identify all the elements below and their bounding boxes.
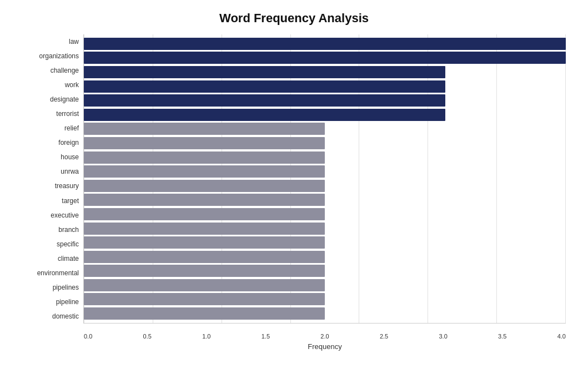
bar-row — [84, 122, 566, 137]
y-label: foreign — [58, 139, 79, 146]
x-tick-label: 0.5 — [143, 333, 152, 340]
bar-row — [84, 37, 566, 51]
y-label: unrwa — [61, 168, 79, 175]
bar — [84, 307, 325, 320]
x-tick-label: 1.0 — [202, 333, 210, 340]
chart-container: Word Frequency Analysis laworganizations… — [0, 0, 588, 389]
y-label: executive — [51, 212, 79, 219]
bar-row — [84, 108, 566, 122]
bar — [84, 236, 325, 249]
bar-row — [84, 292, 566, 307]
bar-row — [84, 278, 566, 292]
x-tick-label: 3.5 — [498, 333, 506, 340]
bar — [84, 180, 325, 192]
bar — [84, 137, 325, 149]
bar-row — [84, 264, 566, 279]
bar — [84, 52, 566, 64]
x-tick-label: 2.0 — [320, 333, 329, 340]
bar — [84, 293, 325, 305]
y-label: pipeline — [56, 299, 79, 305]
x-tick-label: 0.0 — [84, 333, 92, 340]
bar — [84, 109, 445, 121]
y-axis-labels: laworganizationschallengeworkdesignatete… — [22, 34, 83, 324]
x-tick-label: 3.0 — [439, 333, 447, 340]
bar-row — [84, 65, 566, 79]
bar-row — [84, 207, 566, 221]
bar-row — [84, 164, 566, 179]
bar-row — [84, 93, 566, 108]
x-tick-label: 1.5 — [262, 333, 270, 340]
y-label: terrorist — [56, 110, 79, 117]
x-axis-title: Frequency — [308, 342, 341, 351]
bar — [84, 151, 325, 164]
x-tick-label: 2.5 — [380, 333, 388, 340]
chart-area: laworganizationschallengeworkdesignatete… — [22, 34, 566, 324]
y-label: branch — [58, 226, 79, 233]
bar — [84, 38, 566, 50]
y-label: target — [62, 198, 79, 204]
bar-row — [84, 193, 566, 208]
bar — [84, 194, 325, 206]
y-label: environmental — [37, 270, 79, 276]
bar-row — [84, 136, 566, 150]
chart-title: Word Frequency Analysis — [22, 11, 566, 26]
bar — [84, 123, 325, 135]
bars-and-grid: 0.00.51.01.52.02.53.03.54.0 Frequency — [83, 34, 566, 324]
bar — [84, 80, 445, 93]
x-axis-labels: 0.00.51.01.52.02.53.03.54.0 — [84, 333, 566, 340]
y-label: law — [69, 38, 79, 45]
y-label: work — [65, 82, 79, 88]
y-label: organizations — [39, 53, 79, 59]
bar-row — [84, 235, 566, 250]
bar — [84, 94, 445, 107]
bar — [84, 165, 325, 178]
x-tick-label: 4.0 — [557, 333, 566, 340]
bar — [84, 265, 325, 277]
y-label: relief — [64, 125, 79, 132]
y-label: house — [61, 154, 79, 160]
bars-wrapper — [84, 34, 566, 323]
bar — [84, 208, 325, 220]
y-label: challenge — [51, 67, 79, 74]
bar-row — [84, 221, 566, 236]
bar-row — [84, 150, 566, 165]
bar-row — [84, 306, 566, 321]
bar-row — [84, 79, 566, 94]
bar-row — [84, 250, 566, 264]
y-label: designate — [50, 96, 79, 103]
y-label: treasury — [55, 183, 79, 189]
bar — [84, 223, 325, 235]
bar-row — [84, 51, 566, 65]
y-label: climate — [58, 255, 79, 262]
bar-row — [84, 179, 566, 193]
y-label: domestic — [52, 313, 79, 320]
bar — [84, 251, 325, 263]
y-label: specific — [57, 241, 79, 247]
bar — [84, 279, 325, 291]
bar — [84, 66, 445, 78]
y-label: pipelines — [53, 284, 79, 291]
